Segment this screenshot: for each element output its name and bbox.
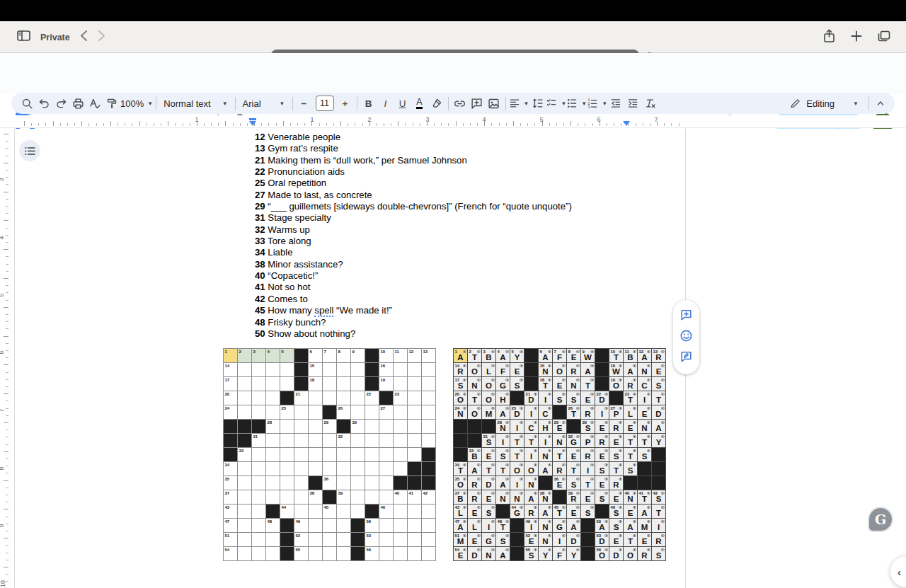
grid-cell: E (468, 533, 482, 547)
font-select[interactable]: Arial▼ (239, 95, 289, 112)
spellcheck-underline: spell (314, 305, 333, 317)
cell-letter: S (567, 481, 580, 489)
document-canvas[interactable]: 345678910 12 Venerable people13 Gym rat’… (0, 129, 906, 588)
numbered-list-icon[interactable]: 123▼ (587, 95, 607, 112)
grid-cell: 1 (224, 349, 238, 363)
spellcheck-icon[interactable] (86, 95, 103, 112)
cell-letter: Y (539, 552, 552, 560)
clue-line[interactable]: 13 Gym rat’s respite (255, 143, 572, 154)
clue-line[interactable]: 45 How many spell “We made it!” (255, 305, 572, 316)
text-color-button[interactable]: A (411, 95, 428, 112)
revealed-eye-icon (661, 379, 665, 381)
cell-letter: E (482, 453, 495, 461)
cell-letter: I (496, 439, 510, 446)
insert-link-icon[interactable] (452, 95, 469, 112)
grid-cell: E (567, 448, 581, 462)
ruler-number: 9 (0, 524, 5, 527)
share-page-icon[interactable] (823, 29, 835, 46)
bulleted-list-icon[interactable]: ▼ (566, 95, 587, 112)
crossword-grid-empty[interactable]: 1234567891011121314151617181920212223242… (223, 348, 436, 561)
indent-marker-left[interactable] (249, 121, 256, 126)
tab-overview-icon[interactable] (878, 30, 890, 45)
clue-line[interactable]: 38 Minor assistance? (255, 259, 572, 270)
highlight-color-icon[interactable] (428, 95, 445, 112)
bold-button[interactable]: B (360, 95, 377, 112)
horizontal-ruler[interactable]: 11234567 (0, 115, 906, 128)
search-icon[interactable] (18, 95, 35, 112)
align-icon[interactable]: ▼ (509, 95, 529, 112)
increase-indent-icon[interactable] (624, 95, 641, 112)
clue-line[interactable]: 34 Liable (255, 247, 572, 258)
font-size-increase[interactable]: + (337, 95, 354, 112)
grid-cell: E (553, 377, 567, 391)
clue-line[interactable]: 32 Warms up (255, 224, 572, 236)
revealed-eye-icon (619, 379, 622, 381)
revealed-eye-icon (576, 506, 580, 509)
clue-line[interactable]: 21 Making them is “dull work,” per Samue… (255, 155, 572, 166)
crossword-grid-solution[interactable]: 1A2T3B4A5Y6A7F8E9W10T11B12A13R14ROLFE15N… (453, 348, 666, 561)
redo-icon[interactable] (52, 95, 69, 112)
clue-line[interactable]: 50 Show about nothing? (255, 328, 572, 340)
editing-mode-button[interactable]: Editing ▼ (783, 94, 866, 113)
grid-cell: 13R (652, 349, 666, 363)
add-comment-icon[interactable] (469, 95, 486, 112)
revealed-eye-icon (576, 449, 580, 452)
grid-cell (553, 490, 567, 505)
collapse-sidebar-button[interactable]: ‹ (890, 556, 906, 587)
clue-line[interactable]: 27 Made to last, as concrete (255, 190, 572, 201)
styles-select[interactable]: Normal text▼ (159, 95, 231, 112)
first-line-indent-marker[interactable] (249, 118, 256, 120)
line-spacing-icon[interactable] (529, 95, 546, 112)
italic-button[interactable]: I (377, 95, 394, 112)
grid-cell: O (482, 391, 496, 405)
cell-letter: I (539, 439, 552, 446)
clue-line[interactable]: 40 “Copacetic!” (255, 270, 572, 282)
underline-button[interactable]: U (394, 95, 411, 112)
cell-number: 8 (568, 350, 570, 354)
revealed-eye-icon (633, 364, 636, 367)
add-comment-margin-icon[interactable] (680, 309, 693, 324)
clue-list[interactable]: 12 Venerable people13 Gym rat’s respite2… (255, 132, 572, 340)
back-button[interactable] (80, 30, 88, 45)
grammarly-badge[interactable]: G (868, 507, 893, 532)
undo-icon[interactable] (35, 95, 52, 112)
clear-formatting-icon[interactable] (641, 95, 658, 112)
revealed-eye-icon (619, 407, 622, 410)
suggest-edits-icon[interactable] (680, 350, 693, 366)
ruler-number: 1 (195, 116, 198, 123)
show-outline-button[interactable] (19, 140, 40, 161)
vertical-ruler[interactable]: 345678910 (0, 129, 10, 588)
forward-button[interactable] (98, 30, 105, 45)
sidebar-toggle-icon[interactable] (17, 30, 30, 44)
add-emoji-icon[interactable] (680, 329, 693, 345)
cell-letter: D (567, 538, 580, 546)
grid-cell: A (638, 505, 652, 519)
clue-line[interactable]: 29 “___ guillemets [sideways double-chev… (255, 201, 572, 212)
print-icon[interactable] (69, 95, 86, 112)
decrease-indent-icon[interactable] (607, 95, 624, 112)
grid-cell (224, 448, 238, 462)
clue-line[interactable]: 31 Stage specialty (255, 212, 572, 224)
clue-line[interactable]: 12 Venerable people (255, 132, 572, 143)
grid-cell (351, 476, 365, 490)
checklist-icon[interactable]: ▼ (546, 95, 566, 112)
collapse-toolbar-icon[interactable] (872, 95, 889, 112)
new-tab-icon[interactable] (851, 30, 862, 45)
grid-cell (351, 434, 365, 448)
clue-line[interactable]: 41 Not so hot (255, 282, 572, 293)
indent-marker-right[interactable] (623, 121, 630, 126)
clue-line[interactable]: 42 Comes to (255, 294, 572, 305)
font-size-value[interactable]: 11 (316, 96, 334, 111)
insert-image-icon[interactable] (486, 95, 503, 112)
grid-cell (252, 533, 266, 547)
clue-line[interactable]: 25 Oral repetition (255, 178, 572, 189)
revealed-eye-icon (647, 435, 650, 438)
zoom-select[interactable]: 100%▼ (120, 95, 153, 112)
revealed-eye-icon (590, 407, 594, 410)
revealed-eye-icon (534, 506, 537, 509)
paint-format-icon[interactable] (103, 95, 120, 112)
clue-line[interactable]: 33 Tore along (255, 236, 572, 247)
clue-line[interactable]: 22 Pronunciation aids (255, 166, 572, 178)
clue-line[interactable]: 48 Frisky bunch? (255, 317, 572, 328)
font-size-decrease[interactable]: − (296, 95, 313, 112)
